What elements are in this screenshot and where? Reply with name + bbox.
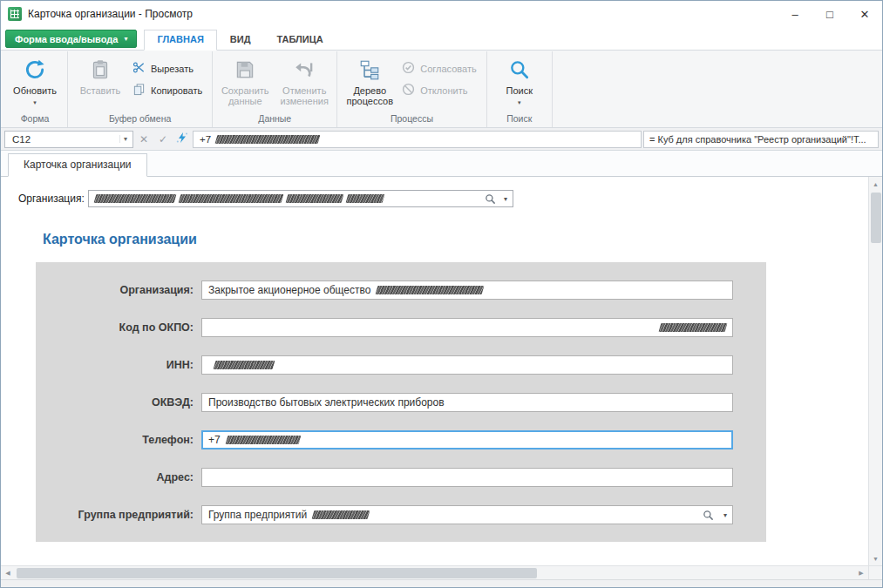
- copy-icon: [132, 83, 146, 98]
- confirm-entry-button[interactable]: ✓: [154, 131, 172, 148]
- chevron-down-icon[interactable]: ▾: [500, 195, 511, 203]
- form-row-group: Группа предприятий: Группа предприятий ▾: [36, 505, 766, 524]
- sheet-tab-org-card[interactable]: Карточка организации: [8, 153, 147, 177]
- redacted-value: [214, 361, 275, 369]
- enterprise-group-field[interactable]: Группа предприятий ▾: [201, 505, 733, 524]
- undo-changes-button[interactable]: Отменить изменения: [275, 53, 334, 109]
- ribbon-group-data: Сохранить данные Отменить изменения Данн…: [213, 51, 337, 127]
- paste-icon: [89, 58, 112, 85]
- vertical-scrollbar[interactable]: ▲ ▼: [868, 177, 882, 565]
- redacted-value: [94, 194, 177, 203]
- field-value: Группа предприятий: [208, 509, 307, 521]
- scroll-down-arrow[interactable]: ▼: [869, 551, 883, 565]
- horizontal-scrollbar[interactable]: ◀ ▶: [1, 565, 882, 579]
- sheet-tab-strip: Карточка организации: [1, 151, 882, 177]
- search-button[interactable]: Поиск ▾: [490, 53, 549, 111]
- form-row-okved: ОКВЭД: Производство бытовых электрически…: [36, 393, 766, 412]
- app-window: Карточка организации - Просмотр – □ ✕ Фо…: [0, 0, 883, 588]
- field-label: Телефон:: [36, 434, 201, 446]
- form-io-menu-button[interactable]: Форма ввода/вывода ▾: [5, 30, 137, 48]
- scroll-right-arrow[interactable]: ▶: [854, 566, 868, 580]
- search-icon[interactable]: [485, 193, 496, 205]
- horizontal-scroll-track[interactable]: [15, 566, 854, 579]
- scroll-up-arrow[interactable]: ▲: [869, 177, 883, 191]
- approve-button[interactable]: Согласовать: [399, 60, 483, 77]
- ribbon-group-clipboard: Вставить Вырезать Копировать: [68, 51, 213, 127]
- formula-input[interactable]: +7: [193, 131, 642, 148]
- form-body: Организация: ▾ Карточка организации Орга: [1, 177, 882, 565]
- tree-icon: [358, 58, 381, 85]
- field-label: Код по ОКПО:: [36, 321, 201, 334]
- redacted-value: [225, 436, 301, 444]
- cell-reference: C12: [12, 134, 31, 145]
- window-controls: – □ ✕: [778, 1, 882, 27]
- form-row-phone: Телефон: +7: [36, 430, 766, 449]
- refresh-button[interactable]: Обновить ▾: [5, 53, 65, 111]
- field-label: Организация:: [36, 284, 201, 296]
- phone-field[interactable]: +7: [201, 430, 733, 449]
- redacted-value: [376, 286, 485, 294]
- tab-vid[interactable]: ВИД: [217, 30, 264, 50]
- organization-field[interactable]: Закрытое акционерное общество: [201, 280, 733, 300]
- cancel-entry-button[interactable]: ✕: [135, 131, 153, 148]
- window-title: Карточка организации - Просмотр: [28, 8, 193, 20]
- paste-button[interactable]: Вставить: [71, 53, 130, 98]
- vertical-scroll-track[interactable]: [869, 191, 882, 551]
- field-value: +7: [208, 434, 221, 446]
- okpo-field[interactable]: [201, 318, 733, 337]
- tab-glavnaya[interactable]: ГЛАВНАЯ: [144, 30, 216, 51]
- scrollbar-corner: [868, 566, 882, 580]
- check-circle-icon: [402, 61, 415, 76]
- form-row-okpo: Код по ОКПО:: [36, 318, 766, 337]
- form-heading: Карточка организации: [43, 232, 868, 247]
- cell-reference-box[interactable]: C12 ▾: [4, 131, 133, 148]
- field-value: Производство бытовых электрических прибо…: [208, 396, 445, 409]
- cut-button[interactable]: Вырезать: [130, 60, 209, 77]
- organization-selector-combo[interactable]: ▾: [88, 190, 513, 207]
- minimize-button[interactable]: –: [778, 1, 812, 27]
- reject-button[interactable]: Отклонить: [399, 82, 483, 98]
- chevron-down-icon: ▾: [124, 35, 127, 43]
- close-button[interactable]: ✕: [847, 1, 882, 27]
- redacted-value: [179, 194, 284, 203]
- search-icon[interactable]: [703, 510, 714, 521]
- search-icon: [508, 58, 531, 85]
- formula-reference: = Куб для справочника "Реестр организаци…: [643, 131, 879, 148]
- scroll-left-arrow[interactable]: ◀: [1, 566, 15, 580]
- process-tree-button[interactable]: Дерево процессов: [340, 53, 399, 109]
- group-label-data: Данные: [215, 112, 334, 127]
- redacted-value: [286, 194, 344, 203]
- chevron-down-icon[interactable]: ▾: [720, 511, 730, 519]
- form-content: Организация: ▾ Карточка организации Орга: [1, 177, 868, 565]
- function-icon: [176, 132, 188, 146]
- redacted-value: [346, 194, 385, 203]
- chevron-down-icon: ▾: [518, 98, 521, 108]
- form-io-menu-label: Форма ввода/вывода: [15, 34, 118, 44]
- form-row-organization: Организация: Закрытое акционерное общест…: [36, 280, 766, 300]
- field-label: Адрес:: [36, 471, 201, 483]
- organization-selector-label: Организация:: [18, 193, 88, 205]
- formula-input-value: +7: [200, 134, 211, 145]
- function-wizard-button[interactable]: [173, 131, 191, 148]
- app-icon: [8, 7, 22, 21]
- ribbon-group-processes: Дерево процессов Согласовать Отклонить: [337, 51, 486, 127]
- chevron-down-icon: ▾: [33, 98, 37, 108]
- vertical-scroll-thumb[interactable]: [871, 193, 881, 243]
- group-label-clipboard: Буфер обмена: [71, 112, 209, 127]
- ribbon: Обновить ▾ Форма Вставить: [1, 50, 882, 128]
- chevron-down-icon: ▾: [119, 135, 131, 143]
- maximize-button[interactable]: □: [812, 1, 847, 27]
- org-card-panel: Организация: Закрытое акционерное общест…: [36, 262, 766, 542]
- inn-field[interactable]: [201, 355, 733, 375]
- horizontal-scroll-thumb[interactable]: [17, 568, 537, 578]
- tab-tablica[interactable]: ТАБЛИЦА: [263, 30, 336, 50]
- status-bar: [1, 579, 882, 587]
- save-icon: [234, 58, 256, 85]
- okved-field[interactable]: Производство бытовых электрических прибо…: [201, 393, 733, 412]
- scissors-icon: [132, 61, 146, 76]
- save-data-button[interactable]: Сохранить данные: [215, 53, 275, 109]
- ribbon-group-forma: Обновить ▾ Форма: [3, 51, 68, 127]
- copy-button[interactable]: Копировать: [130, 82, 209, 98]
- address-field[interactable]: [201, 468, 733, 487]
- group-label-forma: Форма: [5, 112, 65, 127]
